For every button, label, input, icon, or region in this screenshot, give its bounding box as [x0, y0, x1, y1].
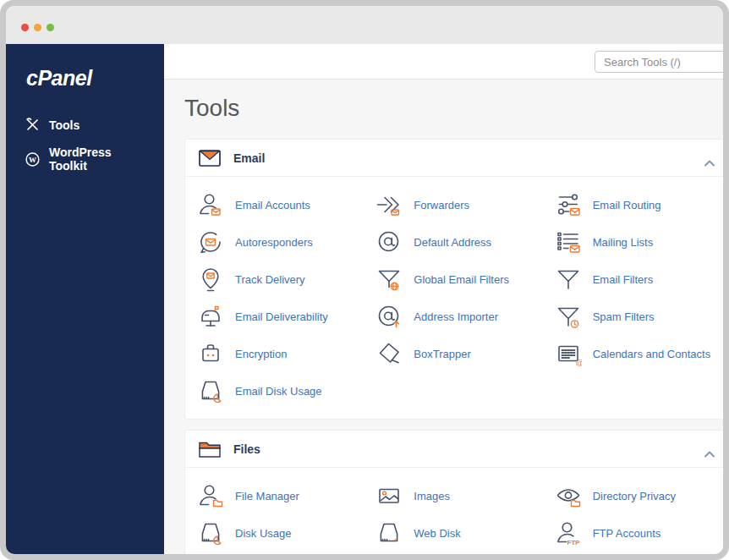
- svg-text:W: W: [29, 155, 36, 163]
- tool-item-spam-filters[interactable]: Spam Filters: [546, 298, 723, 335]
- tool-grid: Email AccountsForwardersEmail RoutingAut…: [185, 177, 723, 419]
- tool-item-global-email-filters[interactable]: Global Email Filters: [367, 261, 545, 298]
- svg-text:@: @: [575, 358, 582, 367]
- sections-container: EmailEmail AccountsForwardersEmail Routi…: [164, 139, 723, 554]
- section-title: Files: [233, 442, 260, 456]
- tool-item-label: Email Disk Usage: [235, 385, 322, 398]
- tool-item-label: Encryption: [235, 348, 287, 360]
- tool-item-label: Disk Usage: [235, 527, 291, 540]
- tool-item-label: Directory Privacy: [593, 490, 676, 502]
- sidebar-item-tools[interactable]: Tools: [6, 111, 164, 139]
- tool-item-label: Web Disk: [414, 527, 460, 540]
- tool-item-label: Email Deliverability: [235, 310, 328, 323]
- tool-item-email-deliverability[interactable]: Email Deliverability: [189, 298, 367, 335]
- tool-item-ftp-accounts[interactable]: FTPFTP Accounts: [546, 514, 723, 552]
- tool-item-autoresponders[interactable]: Autoresponders: [189, 223, 367, 261]
- calendars-contacts-icon: @: [555, 340, 582, 367]
- zoom-window-button[interactable]: [47, 24, 54, 31]
- tool-item-track-delivery[interactable]: Track Delivery: [189, 261, 367, 298]
- tool-item-label: File Manager: [235, 490, 299, 502]
- svg-text:FTP: FTP: [567, 539, 580, 546]
- sidebar-nav: Tools W WordPress Toolkit: [6, 111, 164, 179]
- section-header-files[interactable]: Files: [185, 431, 723, 468]
- tool-item-forwarders[interactable]: Forwarders: [367, 186, 545, 223]
- tool-item-label: BoxTrapper: [414, 348, 470, 360]
- tool-item-boxtrapper[interactable]: BoxTrapper: [367, 335, 545, 372]
- sidebar-item-label: Tools: [49, 118, 79, 132]
- encryption-icon: [197, 340, 224, 367]
- tool-item-encryption[interactable]: Encryption: [189, 335, 367, 372]
- tool-item-email-disk-usage[interactable]: Email Disk Usage: [189, 372, 367, 409]
- file-manager-icon: [197, 482, 224, 509]
- cpanel-logo: cPanel: [6, 44, 164, 91]
- tool-item-calendars-and-contacts[interactable]: @Calendars and Contacts: [546, 335, 723, 372]
- section-title: Email: [233, 151, 265, 165]
- tool-item-label: Track Delivery: [235, 273, 305, 286]
- files-section-icon: [199, 441, 221, 458]
- spam-filters-icon: [555, 303, 582, 330]
- tool-item-label: FTP Accounts: [593, 527, 661, 540]
- forwarders-icon: [375, 191, 403, 218]
- chevron-up-icon[interactable]: [704, 446, 715, 453]
- traffic-lights: [21, 24, 54, 31]
- section-panel-email: EmailEmail AccountsForwardersEmail Routi…: [184, 139, 723, 420]
- tool-item-label: Global Email Filters: [414, 273, 509, 286]
- mailing-lists-icon: [555, 228, 582, 255]
- tool-item-email-accounts[interactable]: Email Accounts: [189, 186, 367, 223]
- section-header-email[interactable]: Email: [185, 140, 723, 177]
- tool-item-web-disk[interactable]: Web Disk: [367, 514, 545, 552]
- ftp-accounts-icon: FTP: [555, 519, 582, 546]
- email-filters-icon: [555, 266, 582, 293]
- tools-icon: [25, 118, 40, 132]
- tool-item-directory-privacy[interactable]: Directory Privacy: [546, 477, 723, 514]
- window-titlebar: [6, 6, 723, 44]
- section-panel-files: FilesFile ManagerImagesDirectory Privacy…: [184, 430, 723, 554]
- tool-item-label: Images: [414, 490, 450, 502]
- email-accounts-icon: [197, 191, 224, 218]
- tool-item-disk-usage[interactable]: Disk Usage: [189, 514, 367, 552]
- email-section-icon: [199, 150, 221, 167]
- address-importer-icon: [375, 303, 403, 330]
- close-window-button[interactable]: [21, 24, 29, 31]
- track-delivery-icon: [197, 266, 224, 293]
- images-icon: [375, 482, 403, 509]
- tool-item-label: Email Accounts: [235, 199, 310, 211]
- email-routing-icon: [555, 191, 582, 218]
- web-disk-icon: [375, 519, 403, 546]
- wordpress-icon: W: [25, 152, 40, 167]
- minimize-window-button[interactable]: [34, 24, 41, 31]
- tool-item-label: Mailing Lists: [593, 236, 654, 249]
- global-email-filters-icon: [375, 266, 403, 293]
- sidebar-item-wordpress-toolkit[interactable]: W WordPress Toolkit: [6, 139, 164, 179]
- app-header: [164, 44, 723, 80]
- sidebar: cPanel Tools W WordPress Toolkit: [6, 44, 164, 554]
- default-address-icon: [375, 228, 403, 255]
- email-disk-usage-icon: [197, 377, 224, 404]
- tool-item-mailing-lists[interactable]: Mailing Lists: [546, 223, 723, 261]
- window-frame: cPanel Tools W WordPress Toolkit Tools E…: [0, 0, 729, 560]
- directory-privacy-icon: [555, 482, 582, 509]
- chevron-up-icon[interactable]: [704, 155, 715, 162]
- tool-item-label: Calendars and Contacts: [593, 348, 710, 360]
- tool-item-email-filters[interactable]: Email Filters: [546, 261, 723, 298]
- tool-item-images[interactable]: Images: [367, 477, 545, 514]
- tool-item-email-routing[interactable]: Email Routing: [546, 186, 723, 223]
- tool-item-default-address[interactable]: Default Address: [367, 223, 545, 261]
- sidebar-item-label: WordPress Toolkit: [49, 145, 152, 173]
- main-content: Tools EmailEmail AccountsForwardersEmail…: [164, 80, 723, 554]
- disk-usage-icon: [197, 519, 224, 546]
- tool-item-label: Default Address: [414, 236, 491, 249]
- tool-item-label: Autoresponders: [235, 236, 313, 249]
- app-window: cPanel Tools W WordPress Toolkit Tools E…: [6, 6, 723, 554]
- tool-item-label: Email Filters: [593, 273, 654, 286]
- tool-item-label: Address Importer: [414, 310, 498, 323]
- email-deliverability-icon: [197, 303, 224, 330]
- tool-item-file-manager[interactable]: File Manager: [189, 477, 367, 514]
- autoresponders-icon: [197, 228, 224, 255]
- page-title: Tools: [184, 95, 723, 122]
- search-input[interactable]: [595, 51, 723, 73]
- tool-item-label: Forwarders: [414, 199, 469, 211]
- boxtrapper-icon: [375, 340, 403, 367]
- tool-item-address-importer[interactable]: Address Importer: [367, 298, 545, 335]
- tool-item-label: Spam Filters: [593, 310, 655, 323]
